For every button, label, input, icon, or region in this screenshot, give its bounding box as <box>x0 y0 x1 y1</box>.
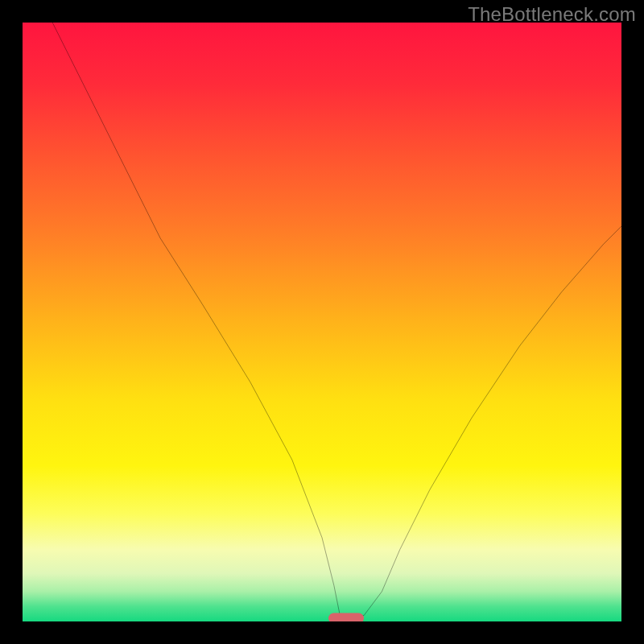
plot-area <box>23 23 621 621</box>
chart-frame: TheBottleneck.com <box>0 0 644 644</box>
watermark-text: TheBottleneck.com <box>468 3 636 26</box>
optimal-marker <box>328 613 364 621</box>
bottleneck-curve <box>23 23 621 621</box>
